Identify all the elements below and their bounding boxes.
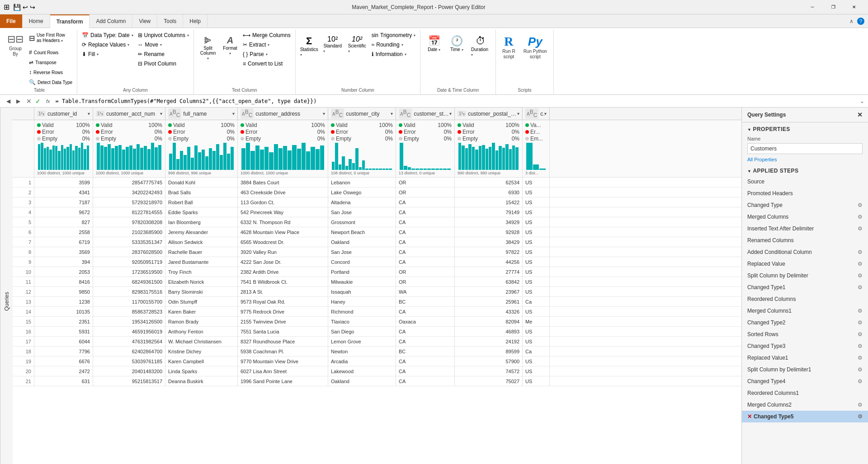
- tab-add-column[interactable]: Add Column: [90, 14, 132, 28]
- unpivot-columns-button[interactable]: ⊞ Unpivot Columns ▾: [136, 31, 191, 40]
- step-gear-icon[interactable]: ⚙: [858, 366, 863, 373]
- count-rows-button[interactable]: # Count Rows: [27, 48, 74, 57]
- duration-button[interactable]: ⏱ Duration ▾: [468, 31, 493, 63]
- formula-expand[interactable]: ⌄: [860, 98, 864, 104]
- step-gear-icon[interactable]: ⚙: [858, 202, 863, 208]
- col-filter-acct-num[interactable]: ▾: [160, 111, 162, 116]
- time-button[interactable]: 🕐 Time ▾: [446, 31, 467, 63]
- col-header-full-name[interactable]: ABC full_name ▾: [165, 108, 238, 120]
- ribbon-collapse-icon[interactable]: ∧: [849, 18, 854, 24]
- formula-confirm[interactable]: ✓: [35, 98, 41, 105]
- applied-step-item[interactable]: Source: [742, 176, 868, 187]
- step-gear-icon[interactable]: ⚙: [858, 413, 863, 420]
- convert-to-list-button[interactable]: ≡ Convert to List: [241, 59, 292, 68]
- step-gear-icon[interactable]: ⚙: [858, 343, 863, 349]
- step-gear-icon[interactable]: ⚙: [858, 331, 863, 337]
- step-gear-icon[interactable]: ⚙: [858, 272, 863, 279]
- applied-step-item[interactable]: Split Column by Delimiter⚙: [742, 270, 868, 281]
- step-gear-icon[interactable]: ⚙: [858, 284, 863, 291]
- data-type-button[interactable]: 📅 Data Type: Date ▾: [80, 31, 135, 40]
- restore-button[interactable]: ❐: [823, 0, 844, 14]
- tab-help[interactable]: Help: [183, 14, 208, 28]
- applied-step-item[interactable]: Replaced Value1⚙: [742, 352, 868, 364]
- applied-step-item[interactable]: Replaced Value⚙: [742, 258, 868, 270]
- step-gear-icon[interactable]: ⚙: [858, 261, 863, 267]
- col-filter-extra[interactable]: ▾: [544, 111, 547, 116]
- applied-step-item[interactable]: Reordered Columns1: [742, 387, 868, 399]
- name-input[interactable]: [747, 143, 863, 154]
- step-gear-icon[interactable]: ⚙: [858, 378, 863, 384]
- col-header-postal[interactable]: 1²₃ customer_postal_code ▾: [455, 108, 523, 120]
- format-button[interactable]: A Format ▾: [220, 31, 240, 63]
- reverse-rows-button[interactable]: ↕ Reverse Rows: [27, 68, 74, 77]
- formula-cancel[interactable]: ✕: [26, 98, 32, 105]
- col-filter-full-name[interactable]: ▾: [232, 111, 235, 116]
- run-python-button[interactable]: Py Run Pythonscript: [520, 31, 551, 63]
- col-filter-address[interactable]: ▾: [323, 111, 325, 116]
- applied-step-item[interactable]: Changed Type⚙: [742, 199, 868, 211]
- col-filter-customer-id[interactable]: ▾: [88, 111, 90, 116]
- data-grid-scroll[interactable]: 1²₃ customer_id ▾ 1²₃ customer_acct_num …: [13, 108, 741, 464]
- step-gear-icon[interactable]: ⚙: [858, 249, 863, 255]
- close-button[interactable]: ✕: [844, 0, 864, 14]
- replace-values-button[interactable]: ⟳ Replace Values ▾: [80, 40, 135, 49]
- extract-button[interactable]: ✂ Extract ▾: [241, 40, 292, 49]
- nav-forward-button[interactable]: ▶: [14, 97, 23, 106]
- step-delete-icon[interactable]: ✕: [747, 413, 752, 420]
- applied-step-item[interactable]: Changed Type1⚙: [742, 281, 868, 293]
- tab-view[interactable]: View: [132, 14, 157, 28]
- formula-input[interactable]: = Table.TransformColumnTypes(#"Merged Co…: [56, 98, 856, 104]
- query-settings-close[interactable]: ✕: [857, 111, 863, 118]
- applied-step-item[interactable]: Merged Columns1⚙: [742, 305, 868, 317]
- tab-file[interactable]: File: [0, 14, 23, 28]
- information-button[interactable]: ℹ Information ▾: [370, 50, 418, 59]
- parse-button[interactable]: { } Parse ▾: [241, 50, 292, 59]
- run-r-button[interactable]: R Run Rscript: [499, 31, 519, 63]
- applied-step-item[interactable]: Added Conditional Column⚙: [742, 246, 868, 258]
- applied-step-item[interactable]: Changed Type4⚙: [742, 375, 868, 387]
- applied-step-item[interactable]: Changed Type2⚙: [742, 317, 868, 328]
- applied-step-item[interactable]: Promoted Headers: [742, 187, 868, 199]
- statistics-button[interactable]: Σ Statistics ▾: [298, 31, 320, 63]
- step-gear-icon[interactable]: ⚙: [858, 308, 863, 314]
- help-icon[interactable]: ?: [857, 18, 864, 25]
- all-properties-link[interactable]: All Properties: [742, 155, 868, 164]
- col-header-state[interactable]: ABC customer_state_province ▾: [396, 108, 455, 120]
- use-first-row-button[interactable]: ⊟ Use First Rowas Headers ▾: [27, 31, 74, 47]
- scientific-button[interactable]: 10² Scientific ▾: [345, 31, 369, 63]
- applied-step-item[interactable]: Merged Columns2⚙: [742, 399, 868, 411]
- nav-back-button[interactable]: ◀: [4, 97, 13, 106]
- redo-icon[interactable]: ↪: [30, 4, 35, 11]
- group-by-button[interactable]: ⊟⊟ GroupBy: [5, 31, 26, 63]
- applied-step-item[interactable]: Split Column by Delimiter1⚙: [742, 364, 868, 375]
- tab-tools[interactable]: Tools: [157, 14, 183, 28]
- col-header-customer-id[interactable]: 1²₃ customer_id ▾: [34, 108, 93, 120]
- applied-step-item[interactable]: Reordered Columns: [742, 293, 868, 305]
- split-column-button[interactable]: ⫸ SplitColumn ▾: [197, 31, 219, 63]
- step-gear-icon[interactable]: ⚙: [858, 355, 863, 361]
- applied-step-item[interactable]: Inserted Text After Delimiter⚙: [742, 223, 868, 234]
- rename-button[interactable]: ✏ Rename: [136, 50, 191, 59]
- detect-data-type-button[interactable]: 🔍 Detect Data Type: [27, 78, 74, 87]
- transpose-button[interactable]: ⇌ Transpose: [27, 58, 74, 67]
- rounding-button[interactable]: ≈ Rounding ▾: [370, 40, 418, 49]
- applied-step-item[interactable]: ✕Changed Type5⚙: [742, 411, 868, 422]
- trigonometry-button[interactable]: sin Trigonometry ▾: [370, 31, 418, 40]
- standard-button[interactable]: 10² Standard ▾: [321, 31, 344, 63]
- save-icon[interactable]: 💾: [13, 4, 21, 11]
- queries-panel[interactable]: Queries: [0, 108, 13, 464]
- pivot-column-button[interactable]: ⊟ Pivot Column: [136, 59, 191, 68]
- minimize-button[interactable]: ─: [802, 0, 823, 14]
- applied-step-item[interactable]: Merged Columns⚙: [742, 211, 868, 223]
- applied-step-item[interactable]: Renamed Columns: [742, 234, 868, 246]
- col-filter-postal[interactable]: ▾: [517, 111, 519, 116]
- applied-step-item[interactable]: Changed Type3⚙: [742, 340, 868, 352]
- col-header-address[interactable]: ABC customer_address ▾: [238, 108, 328, 120]
- step-gear-icon[interactable]: ⚙: [858, 319, 863, 326]
- col-header-city[interactable]: ABC customer_city ▾: [328, 108, 396, 120]
- tab-transform[interactable]: Transform: [50, 14, 90, 28]
- applied-step-item[interactable]: Sorted Rows⚙: [742, 328, 868, 340]
- col-header-extra[interactable]: ABC cu... ▾: [523, 108, 550, 120]
- move-button[interactable]: ↔ Move ▾: [136, 40, 191, 49]
- tab-home[interactable]: Home: [23, 14, 50, 28]
